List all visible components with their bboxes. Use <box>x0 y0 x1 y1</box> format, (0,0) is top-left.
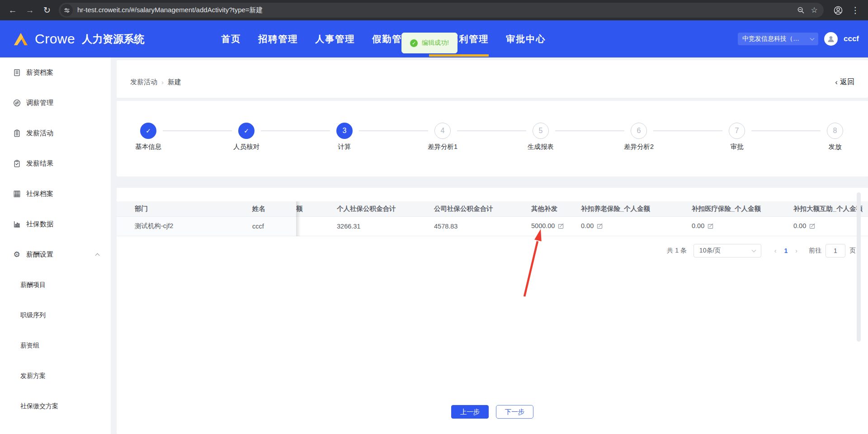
avatar[interactable] <box>824 32 838 46</box>
tenant-name: 中竞发信息科技（… <box>742 35 811 43</box>
prev-page-icon[interactable]: ‹ <box>769 247 782 254</box>
edit-icon[interactable] <box>558 223 564 230</box>
success-check-icon: ✓ <box>410 39 418 47</box>
chevron-down-icon <box>751 248 756 252</box>
step-diff-analysis-1: 4 差异分析1 <box>434 123 451 139</box>
chevron-down-icon <box>810 36 815 41</box>
next-step-button[interactable]: 下一步 <box>496 405 533 419</box>
browser-profile-icon[interactable] <box>831 3 845 18</box>
col-personal-social-total: 个人社保公积金合计 <box>326 201 423 216</box>
sidebar-subitem-salary-items[interactable]: 薪酬项目 <box>0 270 111 300</box>
top-nav: 首页 招聘管理 人事管理 假勤管理 薪酬福利管理 审批中心 <box>221 20 563 57</box>
main-area: 发薪活动 › 新建 ‹ 返回 ✓ 基本信息 ✓ 人员核对 <box>111 57 868 434</box>
sidebar-item-social-archive[interactable]: 社保档案 <box>0 179 111 209</box>
tenant-select[interactable]: 中竞发信息科技（… <box>738 33 818 45</box>
table-header-row: 部门 姓名 额 个人社保公积金合计 公司社保公积金合计 其他补发 补扣养老保险_… <box>117 201 868 216</box>
table-row: 测试机构-cjf2 cccf 3266.31 4578.83 5000.00 0… <box>117 216 868 236</box>
zoom-page-icon[interactable] <box>794 4 807 17</box>
site-info-icon[interactable] <box>61 4 73 16</box>
cell-name: cccf <box>240 216 296 236</box>
step-number: 8 <box>827 123 843 139</box>
edit-icon[interactable] <box>708 223 713 230</box>
wizard-actions: 上一步 下一步 <box>117 405 868 419</box>
sidebar-subitem-salary-group[interactable]: 薪资组 <box>0 330 111 361</box>
back-button[interactable]: ‹ 返回 <box>835 77 854 87</box>
step-diff-analysis-2: 6 差异分析2 <box>631 123 647 139</box>
col-department: 部门 <box>117 201 240 216</box>
step-connector <box>555 130 624 131</box>
sidebar-item-payroll-activity[interactable]: 发薪活动 <box>0 118 111 148</box>
edit-icon[interactable] <box>597 223 603 230</box>
col-company-social-total: 公司社保公积金合计 <box>423 201 520 216</box>
goto-page-input[interactable] <box>826 244 845 258</box>
step-connector <box>457 130 526 131</box>
sidebar-subitem-payroll-plan[interactable]: 发薪方案 <box>0 361 111 391</box>
cell-mutual-aid-personal: 0.00 <box>784 216 868 236</box>
cell-company-social-total: 4578.83 <box>423 216 520 236</box>
step-check-icon: ✓ <box>140 123 156 139</box>
col-mutual-aid-personal: 补扣大额互助_个人金额 <box>784 201 868 216</box>
brand-name: Crowe <box>35 31 75 47</box>
sidebar-subitem-grade-sequence[interactable]: 职级序列 <box>0 300 111 330</box>
col-name: 姓名 <box>240 201 296 216</box>
nav-item-home[interactable]: 首页 <box>221 20 241 57</box>
sidebar-item-label: 社保档案 <box>26 190 53 198</box>
salary-table: 部门 姓名 额 个人社保公积金合计 公司社保公积金合计 其他补发 补扣养老保险_… <box>117 201 868 236</box>
step-connector <box>359 130 428 131</box>
sidebar-item-payroll-result[interactable]: 发薪结果 <box>0 148 111 179</box>
cell-department: 测试机构-cjf2 <box>117 216 240 236</box>
step-approve: 7 审批 <box>729 123 745 139</box>
browser-back-icon[interactable]: ← <box>5 3 20 18</box>
step-number: 6 <box>631 123 647 139</box>
nav-item-approval[interactable]: 审批中心 <box>506 20 546 57</box>
sidebar-item-salary-adjust[interactable]: 调薪管理 <box>0 88 111 118</box>
app-header: Crowe 人力资源系统 首页 招聘管理 人事管理 假勤管理 薪酬福利管理 审批… <box>0 20 868 57</box>
browser-forward-icon[interactable]: → <box>23 3 37 18</box>
step-distribute: 8 发放 <box>827 123 843 139</box>
sidebar-item-label: 调薪管理 <box>26 99 53 107</box>
clipboard-icon <box>13 129 21 138</box>
sidebar: 薪资档案 调薪管理 发薪活动 发薪结果 <box>0 57 111 434</box>
brand: Crowe 人力资源系统 <box>13 31 144 47</box>
next-page-icon[interactable]: › <box>790 247 802 254</box>
edit-icon[interactable] <box>809 223 815 230</box>
toast-message: 编辑成功! <box>422 39 449 47</box>
address-bar[interactable]: hr-test.croweit.cn/#/salaryManagement/ad… <box>59 3 824 18</box>
nav-item-hr[interactable]: 人事管理 <box>315 20 355 57</box>
url-text[interactable]: hr-test.croweit.cn/#/salaryManagement/ad… <box>77 6 794 14</box>
col-medical-personal: 补扣医疗保险_个人金额 <box>683 201 784 216</box>
sidebar-subitem-social-plan[interactable]: 社保缴交方案 <box>0 391 111 421</box>
breadcrumb-item[interactable]: 发薪活动 <box>130 78 157 86</box>
cell-medical-personal: 0.00 <box>683 216 784 236</box>
step-connector <box>163 130 232 131</box>
username[interactable]: cccf <box>844 34 859 43</box>
browser-reload-icon[interactable]: ↻ <box>40 3 54 18</box>
scrollbar[interactable] <box>857 192 861 342</box>
archive-icon <box>13 190 21 198</box>
prev-step-button[interactable]: 上一步 <box>451 405 489 419</box>
success-toast: ✓ 编辑成功! <box>401 33 458 53</box>
col-truncated-amount: 额 <box>296 201 326 216</box>
bookmark-star-icon[interactable]: ☆ <box>807 4 821 17</box>
cell-personal-social-total: 3266.31 <box>326 216 423 236</box>
chevron-up-icon[interactable] <box>95 253 100 258</box>
col-pension-personal: 补扣养老保险_个人金额 <box>572 201 683 216</box>
nav-item-recruit[interactable]: 招聘管理 <box>258 20 298 57</box>
col-other-reissue: 其他补发 <box>520 201 572 216</box>
sidebar-item-social-data[interactable]: 社保数据 <box>0 209 111 239</box>
step-check-icon: ✓ <box>238 123 255 139</box>
bar-chart-icon <box>13 220 21 229</box>
header-right: 中竞发信息科技（… cccf <box>738 32 859 46</box>
browser-toolbar: ← → ↻ hr-test.croweit.cn/#/salaryManagem… <box>0 0 868 20</box>
content-panel: 部门 姓名 额 个人社保公积金合计 公司社保公积金合计 其他补发 补扣养老保险_… <box>117 188 868 434</box>
page-size-select[interactable]: 10条/页 <box>693 244 761 258</box>
page-number[interactable]: 1 <box>782 247 791 254</box>
sidebar-item-salary-settings[interactable]: ⚙ 薪酬设置 <box>0 239 111 270</box>
back-label: 返回 <box>840 77 854 87</box>
breadcrumb-separator-icon: › <box>161 78 164 86</box>
sidebar-item-label: 社保数据 <box>26 220 53 229</box>
breadcrumb-bar: 发薪活动 › 新建 ‹ 返回 <box>117 60 868 98</box>
pagination-total: 共 1 条 <box>667 247 687 255</box>
sidebar-item-salary-archive[interactable]: 薪资档案 <box>0 57 111 88</box>
browser-menu-icon[interactable]: ⋮ <box>848 3 863 18</box>
